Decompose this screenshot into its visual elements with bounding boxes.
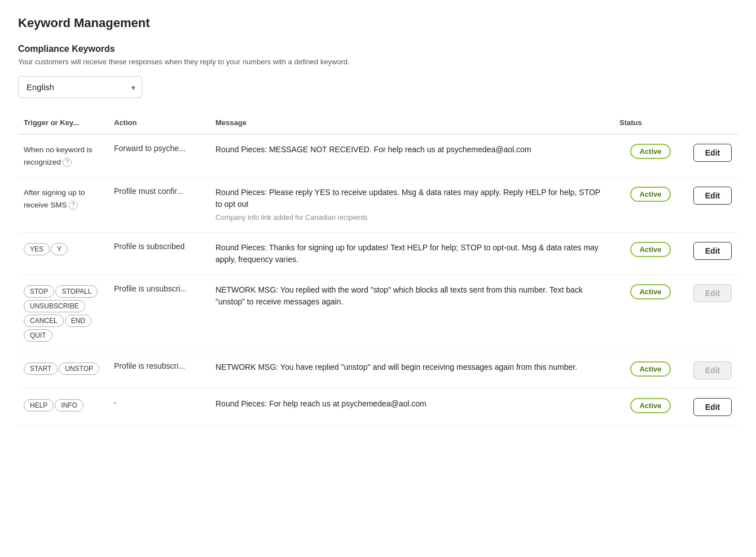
edit-button[interactable]: Edit <box>693 144 732 162</box>
edit-button[interactable]: Edit <box>693 398 732 416</box>
section-title: Compliance Keywords <box>18 44 738 54</box>
trigger-tag: HELP <box>24 399 54 412</box>
message-cell: NETWORK MSG: You have replied "unstop" a… <box>210 352 614 388</box>
status-cell: Active <box>614 388 687 425</box>
table-row: STARTUNSTOPProfile is resubscri...NETWOR… <box>18 352 738 388</box>
table-row: After signing up to receive SMS?Profile … <box>18 178 738 233</box>
status-cell: Active <box>614 232 687 275</box>
status-cell: Active <box>614 275 687 352</box>
trigger-tag: STOPALL <box>55 285 98 298</box>
message-cell: Round Pieces: Please reply YES to receiv… <box>210 178 614 233</box>
edit-button: Edit <box>693 361 732 379</box>
message-cell: Round Pieces: Thanks for signing up for … <box>210 232 614 275</box>
edit-cell: Edit <box>687 275 738 352</box>
message-cell: Round Pieces: For help reach us at psych… <box>210 388 614 425</box>
edit-cell: Edit <box>687 352 738 388</box>
table-row: When no keyword is recognized?Forward to… <box>18 134 738 178</box>
action-cell: Profile is resubscri... <box>108 352 210 388</box>
status-cell: Active <box>614 134 687 178</box>
trigger-tag: QUIT <box>24 329 52 342</box>
edit-button[interactable]: Edit <box>693 242 732 260</box>
trigger-cell: STARTUNSTOP <box>18 352 108 388</box>
trigger-tag: CANCEL <box>24 315 64 327</box>
message-cell: NETWORK MSG: You replied with the word "… <box>210 275 614 352</box>
language-select-wrap: English Spanish French ▾ <box>18 76 142 98</box>
status-badge: Active <box>630 361 670 377</box>
col-message: Message <box>210 114 614 134</box>
trigger-tag: INFO <box>55 399 83 412</box>
col-status: Status <box>614 114 687 134</box>
edit-cell: Edit <box>687 232 738 275</box>
trigger-cell: When no keyword is recognized? <box>18 134 108 178</box>
col-edit <box>687 114 738 134</box>
status-cell: Active <box>614 178 687 233</box>
edit-cell: Edit <box>687 178 738 233</box>
trigger-tag: YES <box>24 243 50 255</box>
section-desc: Your customers will receive these respon… <box>18 58 738 66</box>
trigger-cell: STOPSTOPALLUNSUBSCRIBECANCELENDQUIT <box>18 275 108 352</box>
action-cell: Forward to psyche... <box>108 134 210 178</box>
action-cell: - <box>108 388 210 425</box>
message-note: Company info link added for Canadian rec… <box>216 213 608 223</box>
trigger-tag: UNSUBSCRIBE <box>24 300 85 312</box>
edit-cell: Edit <box>687 134 738 178</box>
table-row: HELPINFO-Round Pieces: For help reach us… <box>18 388 738 425</box>
trigger-cell: YESY <box>18 232 108 275</box>
trigger-tag: STOP <box>24 285 54 298</box>
status-badge: Active <box>630 398 670 413</box>
trigger-tag: END <box>65 315 91 327</box>
trigger-cell: HELPINFO <box>18 388 108 425</box>
trigger-tag: UNSTOP <box>59 363 99 375</box>
edit-cell: Edit <box>687 388 738 425</box>
keywords-table: Trigger or Key... Action Message Status … <box>18 114 738 426</box>
trigger-tag: Y <box>51 243 68 255</box>
table-row: YESYProfile is subscribedRound Pieces: T… <box>18 232 738 275</box>
trigger-cell: After signing up to receive SMS? <box>18 178 108 233</box>
help-icon[interactable]: ? <box>69 201 78 210</box>
edit-button[interactable]: Edit <box>693 187 732 205</box>
status-badge: Active <box>630 187 670 202</box>
status-cell: Active <box>614 352 687 388</box>
action-cell: Profile is subscribed <box>108 232 210 275</box>
col-action: Action <box>108 114 210 134</box>
status-badge: Active <box>630 242 670 257</box>
edit-button: Edit <box>693 284 732 302</box>
status-badge: Active <box>630 284 670 299</box>
col-trigger: Trigger or Key... <box>18 114 108 134</box>
message-cell: Round Pieces: MESSAGE NOT RECEIVED. For … <box>210 134 614 178</box>
trigger-label: When no keyword is recognized <box>24 145 93 166</box>
action-cell: Profile is unsubscri... <box>108 275 210 352</box>
trigger-tag: START <box>24 363 58 375</box>
action-cell: Profile must confir... <box>108 178 210 233</box>
language-select[interactable]: English Spanish French <box>18 76 142 98</box>
status-badge: Active <box>630 144 670 159</box>
page-title: Keyword Management <box>18 16 738 30</box>
help-icon[interactable]: ? <box>63 158 72 167</box>
table-row: STOPSTOPALLUNSUBSCRIBECANCELENDQUITProfi… <box>18 275 738 352</box>
